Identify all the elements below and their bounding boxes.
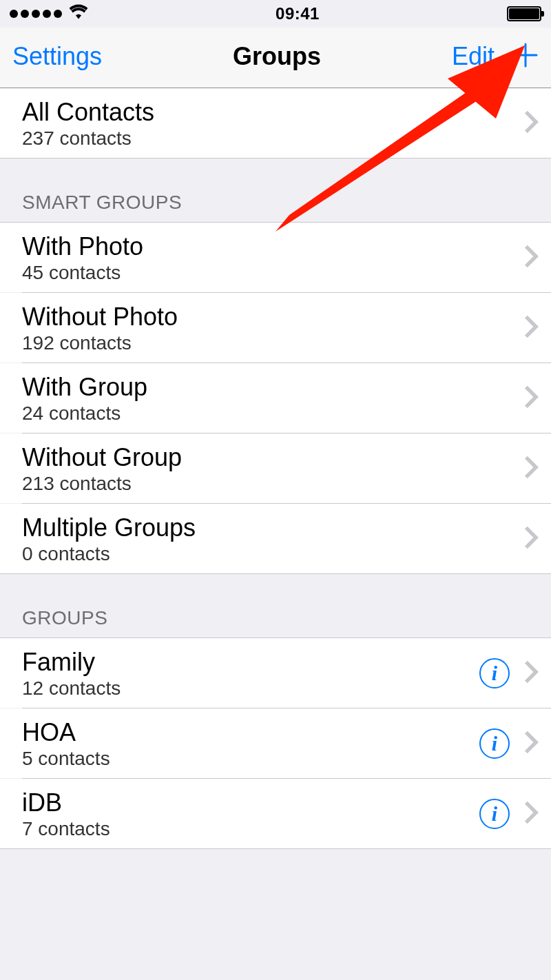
chevron-right-icon [523,314,539,342]
chevron-right-icon [523,660,539,687]
status-right [507,6,541,21]
info-button[interactable]: i [479,728,510,759]
smart-group-row-with-photo[interactable]: With Photo 45 contacts [0,223,551,292]
row-title: With Photo [22,231,523,262]
info-icon: i [492,663,497,684]
smart-group-row-with-group[interactable]: With Group 24 contacts [0,363,551,433]
plus-icon [512,59,539,70]
status-left [10,4,88,23]
chevron-right-icon [523,110,539,137]
smart-groups-section: With Photo 45 contacts Without Photo 192… [0,222,551,574]
row-subtitle: 45 contacts [22,262,523,284]
row-subtitle: 5 contacts [22,748,479,770]
group-row-hoa[interactable]: HOA 5 contacts i [0,708,551,778]
groups-section: Family 12 contacts i HOA 5 contacts i iD… [0,637,551,849]
navigation-bar: Settings Groups Edit [0,28,551,88]
chevron-right-icon [523,244,539,272]
section-header-smart-groups: SMART GROUPS [0,159,551,222]
page-title: Groups [102,42,452,71]
row-subtitle: 24 contacts [22,402,523,425]
row-subtitle: 7 contacts [22,818,479,840]
info-button[interactable]: i [479,799,510,829]
smart-group-row-multiple-groups[interactable]: Multiple Groups 0 contacts [0,504,551,573]
row-title: Without Photo [22,301,523,332]
wifi-icon [69,4,88,23]
group-row-idb[interactable]: iDB 7 contacts i [0,779,551,848]
row-title: Multiple Groups [22,512,523,543]
row-title: Family [22,646,479,677]
smart-group-row-without-group[interactable]: Without Group 213 contacts [0,433,551,503]
battery-icon [507,6,541,21]
row-subtitle: 192 contacts [22,332,523,354]
smart-group-row-without-photo[interactable]: Without Photo 192 contacts [0,293,551,363]
row-subtitle: 213 contacts [22,473,523,495]
add-button[interactable] [512,42,539,71]
row-title: iDB [22,787,479,818]
info-button[interactable]: i [479,658,510,688]
row-title: HOA [22,717,479,748]
row-subtitle: 12 contacts [22,677,479,700]
chevron-right-icon [523,730,539,757]
info-icon: i [492,804,497,824]
signal-strength-icon [10,10,62,18]
row-title: All Contacts [22,96,523,127]
status-time: 09:41 [276,4,320,23]
row-title: Without Group [22,442,523,473]
all-contacts-row[interactable]: All Contacts 237 contacts [0,88,551,159]
group-row-family[interactable]: Family 12 contacts i [0,638,551,708]
row-subtitle: 237 contacts [22,127,523,150]
nav-right-group: Edit [452,42,539,71]
section-header-groups: GROUPS [0,574,551,637]
row-subtitle: 0 contacts [22,543,523,565]
settings-back-button[interactable]: Settings [12,42,102,71]
chevron-right-icon [523,800,539,828]
info-icon: i [492,733,497,754]
edit-button[interactable]: Edit [452,42,495,71]
status-bar: 09:41 [0,0,551,28]
chevron-right-icon [523,455,539,482]
chevron-right-icon [523,525,539,553]
chevron-right-icon [523,385,539,412]
row-title: With Group [22,371,523,402]
